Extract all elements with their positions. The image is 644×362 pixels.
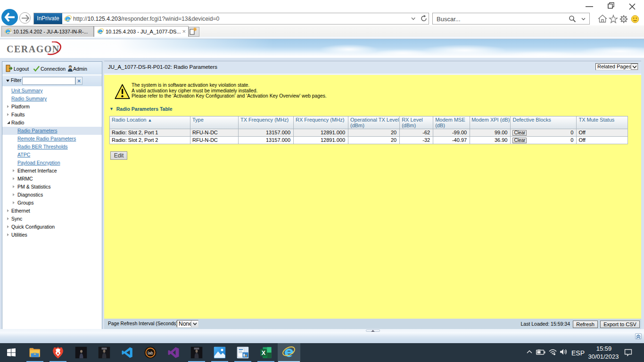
svg-text:lab: lab	[148, 351, 153, 355]
svg-text:CERAGON: CERAGON	[7, 44, 60, 54]
svg-text:X: X	[262, 350, 266, 356]
